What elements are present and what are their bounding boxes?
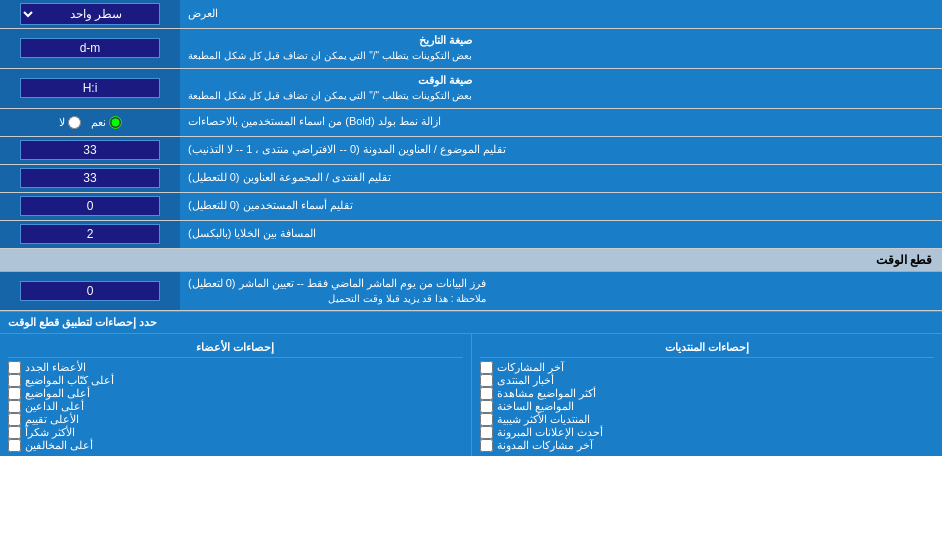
cb-forum-news[interactable]: أخبار المنتدى bbox=[480, 374, 935, 387]
usernames-input-cell bbox=[0, 193, 180, 220]
titles-label: تقليم الموضوع / العناوين المدونة (0 -- ا… bbox=[180, 137, 942, 164]
forum-input[interactable] bbox=[20, 168, 160, 188]
bold-no-radio[interactable] bbox=[68, 116, 81, 129]
date-format-input-cell bbox=[0, 29, 180, 68]
cb-top-posters[interactable]: أعلى كتّاب المواضيع bbox=[8, 374, 463, 387]
cb-top-topics[interactable]: أعلى المواضيع bbox=[8, 387, 463, 400]
cb-top-rated[interactable]: الأعلى تقييم bbox=[8, 413, 463, 426]
time-format-input-cell bbox=[0, 69, 180, 108]
cb-most-popular[interactable]: المنتديات الأكثر شيبية bbox=[480, 413, 935, 426]
date-format-row: صيغة التاريخ بعض التكوينات يتطلب "/" الت… bbox=[0, 29, 942, 69]
date-format-input[interactable] bbox=[20, 38, 160, 58]
apply-label: حدد إحصاءات لتطبيق قطع الوقت bbox=[8, 316, 157, 329]
forum-stats-col: إحصاءات المنتديات آخر المشاركات أخبار ال… bbox=[471, 334, 943, 456]
time-format-input[interactable] bbox=[20, 78, 160, 98]
usernames-row: تقليم أسماء المستخدمين (0 للتعطيل) bbox=[0, 193, 942, 221]
forum-stats-header: إحصاءات المنتديات bbox=[480, 338, 935, 358]
cb-hot-topics[interactable]: المواضيع الساخنة bbox=[480, 400, 935, 413]
bold-row: ازالة نمط بولد (Bold) من اسماء المستخدمي… bbox=[0, 109, 942, 137]
gap-input-cell bbox=[0, 221, 180, 248]
cb-top-donors[interactable]: أعلى الداعين bbox=[8, 400, 463, 413]
display-select[interactable]: سطر واحد سطران ثلاثة أسطر bbox=[20, 3, 160, 25]
forum-input-cell bbox=[0, 165, 180, 192]
cb-latest-announcements[interactable]: أحدث الإعلانات المبرونة bbox=[480, 426, 935, 439]
cutoff-section-header: قطع الوقت bbox=[0, 249, 942, 272]
cb-top-violators[interactable]: أعلى المخالفين bbox=[8, 439, 463, 452]
titles-input-cell bbox=[0, 137, 180, 164]
cb-most-viewed[interactable]: أكثر المواضيع مشاهدة bbox=[480, 387, 935, 400]
checkboxes-container: إحصاءات المنتديات آخر المشاركات أخبار ال… bbox=[0, 334, 942, 456]
cb-blog-posts[interactable]: آخر مشاركات المدونة bbox=[480, 439, 935, 452]
bold-no-label[interactable]: لا bbox=[59, 116, 81, 129]
member-stats-header: إحصاءات الأعضاء bbox=[8, 338, 463, 358]
time-format-label: صيغة الوقت بعض التكوينات يتطلب "/" التي … bbox=[180, 69, 942, 108]
gap-input[interactable] bbox=[20, 224, 160, 244]
display-input-cell: سطر واحد سطران ثلاثة أسطر bbox=[0, 0, 180, 28]
display-row: العرض سطر واحد سطران ثلاثة أسطر bbox=[0, 0, 942, 29]
time-format-row: صيغة الوقت بعض التكوينات يتطلب "/" التي … bbox=[0, 69, 942, 109]
titles-input[interactable] bbox=[20, 140, 160, 160]
gap-label: المسافة بين الخلايا (بالبكسل) bbox=[180, 221, 942, 248]
cutoff-input-cell bbox=[0, 272, 180, 311]
titles-row: تقليم الموضوع / العناوين المدونة (0 -- ا… bbox=[0, 137, 942, 165]
bold-yes-radio[interactable] bbox=[109, 116, 122, 129]
usernames-input[interactable] bbox=[20, 196, 160, 216]
cutoff-row: فرز البيانات من يوم الماشر الماضي فقط --… bbox=[0, 272, 942, 312]
forum-row: تقليم الفنتدى / المجموعة العناوين (0 للت… bbox=[0, 165, 942, 193]
cutoff-input[interactable] bbox=[20, 281, 160, 301]
cb-last-posts[interactable]: آخر المشاركات bbox=[480, 361, 935, 374]
forum-label: تقليم الفنتدى / المجموعة العناوين (0 للت… bbox=[180, 165, 942, 192]
date-format-label: صيغة التاريخ بعض التكوينات يتطلب "/" الت… bbox=[180, 29, 942, 68]
cutoff-label: فرز البيانات من يوم الماشر الماضي فقط --… bbox=[180, 272, 942, 311]
bold-yes-label[interactable]: نعم bbox=[91, 116, 122, 129]
display-label: العرض bbox=[180, 0, 942, 28]
cb-new-members[interactable]: الأعضاء الجدد bbox=[8, 361, 463, 374]
bold-label: ازالة نمط بولد (Bold) من اسماء المستخدمي… bbox=[180, 109, 942, 136]
bold-radio-cell: نعم لا bbox=[0, 109, 180, 136]
usernames-label: تقليم أسماء المستخدمين (0 للتعطيل) bbox=[180, 193, 942, 220]
cb-most-thanked[interactable]: الأكثر شكراً bbox=[8, 426, 463, 439]
gap-row: المسافة بين الخلايا (بالبكسل) bbox=[0, 221, 942, 249]
member-stats-col: إحصاءات الأعضاء الأعضاء الجدد أعلى كتّاب… bbox=[0, 334, 471, 456]
